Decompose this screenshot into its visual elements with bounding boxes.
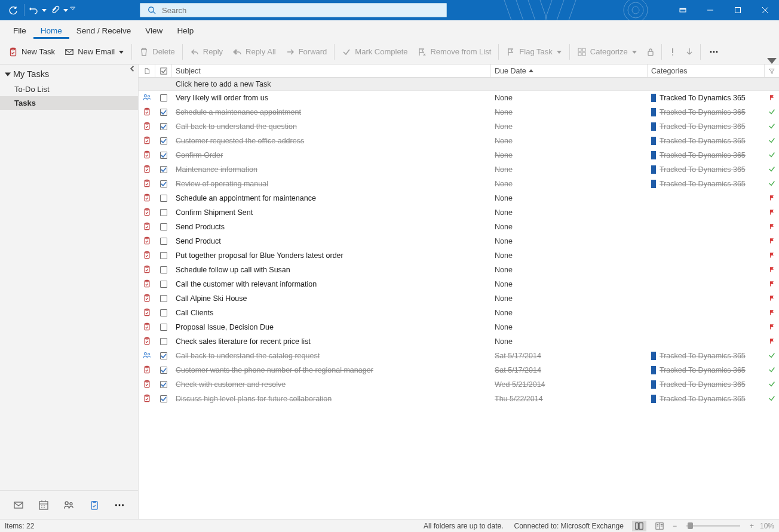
complete-icon[interactable] bbox=[768, 107, 776, 118]
categorize-button[interactable]: Categorize bbox=[572, 42, 642, 62]
task-row[interactable]: Proposal Issue, Decision DueNone bbox=[139, 320, 779, 334]
task-row[interactable]: Put together proposal for Blue Yonders l… bbox=[139, 248, 779, 263]
complete-checkbox[interactable] bbox=[160, 109, 167, 116]
forward-button[interactable]: Forward bbox=[281, 42, 332, 62]
close-button[interactable] bbox=[752, 0, 779, 20]
flag-icon[interactable] bbox=[768, 323, 775, 332]
complete-checkbox[interactable] bbox=[160, 367, 167, 374]
complete-checkbox[interactable] bbox=[160, 324, 167, 331]
complete-checkbox[interactable] bbox=[160, 338, 167, 345]
complete-icon[interactable] bbox=[768, 179, 776, 189]
task-row[interactable]: Maintenance informationNoneTracked To Dy… bbox=[139, 162, 779, 177]
menu-home[interactable]: Home bbox=[33, 24, 69, 39]
low-importance-button[interactable] bbox=[681, 42, 698, 62]
task-row[interactable]: Schedule follow up call with SusanNone bbox=[139, 263, 779, 277]
nav-people-icon[interactable] bbox=[62, 499, 75, 512]
task-row[interactable]: Call Alpine Ski HouseNone bbox=[139, 291, 779, 306]
zoom-in-button[interactable]: + bbox=[750, 522, 754, 530]
my-tasks-header[interactable]: My Tasks bbox=[0, 64, 138, 82]
sync-button[interactable] bbox=[5, 2, 22, 19]
flag-icon[interactable] bbox=[768, 194, 775, 203]
task-row[interactable]: Call back to understand the questionNone… bbox=[139, 119, 779, 134]
mark-complete-button[interactable]: Mark Complete bbox=[337, 42, 412, 62]
qat-more[interactable] bbox=[70, 2, 79, 19]
flag-task-button[interactable]: Flag Task bbox=[501, 42, 566, 62]
complete-checkbox[interactable] bbox=[160, 395, 167, 402]
complete-icon[interactable] bbox=[768, 122, 776, 132]
remove-from-list-button[interactable]: Remove from List bbox=[412, 42, 496, 62]
attach-button[interactable] bbox=[48, 2, 62, 19]
task-row[interactable]: Confirm OrderNoneTracked To Dynamics 365 bbox=[139, 148, 779, 162]
nav-calendar-icon[interactable] bbox=[37, 499, 50, 512]
undo-dropdown[interactable] bbox=[41, 8, 47, 13]
flag-icon[interactable] bbox=[768, 309, 775, 318]
undo-button[interactable] bbox=[27, 2, 40, 19]
task-row[interactable]: Check with customer and resolveWed 5/21/… bbox=[139, 377, 779, 392]
complete-checkbox[interactable] bbox=[160, 238, 167, 245]
menu-file[interactable]: File bbox=[6, 24, 33, 39]
task-row[interactable]: Call back to understand the catalog requ… bbox=[139, 349, 779, 363]
nav-tasks[interactable]: Tasks bbox=[0, 96, 138, 110]
add-task-prompt[interactable]: Click here to add a new Task bbox=[172, 78, 491, 90]
task-row[interactable]: Send ProductNone bbox=[139, 234, 779, 248]
collapse-ribbon-button[interactable] bbox=[767, 56, 777, 65]
private-button[interactable] bbox=[642, 42, 659, 62]
col-complete[interactable] bbox=[155, 64, 172, 77]
attach-dropdown[interactable] bbox=[63, 8, 69, 13]
task-row[interactable]: Discuss high level plans for future coll… bbox=[139, 392, 779, 406]
task-row[interactable]: Very likely will order from usNoneTracke… bbox=[139, 91, 779, 105]
more-commands-button[interactable] bbox=[706, 42, 722, 62]
normal-view-button[interactable] bbox=[632, 521, 646, 531]
new-email-button[interactable]: New Email bbox=[60, 42, 129, 62]
complete-checkbox[interactable] bbox=[160, 295, 167, 302]
nav-tasks-icon[interactable] bbox=[88, 499, 101, 512]
flag-icon[interactable] bbox=[768, 266, 775, 275]
zoom-out-button[interactable]: − bbox=[673, 522, 677, 530]
flag-icon[interactable] bbox=[768, 237, 775, 246]
complete-checkbox[interactable] bbox=[160, 94, 167, 102]
zoom-slider[interactable] bbox=[686, 525, 740, 527]
complete-checkbox[interactable] bbox=[160, 281, 167, 288]
complete-checkbox[interactable] bbox=[160, 309, 167, 316]
minimize-button[interactable] bbox=[697, 0, 724, 20]
add-task-row[interactable]: Click here to add a new Task bbox=[139, 78, 779, 91]
complete-checkbox[interactable] bbox=[160, 266, 167, 273]
complete-checkbox[interactable] bbox=[160, 180, 167, 187]
menu-help[interactable]: Help bbox=[170, 24, 201, 39]
task-row[interactable]: Review of operating manualNoneTracked To… bbox=[139, 177, 779, 191]
task-row[interactable]: Customer requested the office addressNon… bbox=[139, 134, 779, 148]
collapse-nav-button[interactable] bbox=[128, 64, 137, 73]
high-importance-button[interactable] bbox=[664, 42, 681, 62]
complete-checkbox[interactable] bbox=[160, 252, 167, 259]
complete-checkbox[interactable] bbox=[160, 352, 167, 359]
complete-icon[interactable] bbox=[768, 394, 776, 404]
complete-checkbox[interactable] bbox=[160, 381, 167, 388]
search-box[interactable] bbox=[140, 3, 447, 17]
flag-icon[interactable] bbox=[768, 294, 775, 303]
task-row[interactable]: Confirm Shipment SentNone bbox=[139, 205, 779, 220]
reply-button[interactable]: Reply bbox=[185, 42, 228, 62]
task-row[interactable]: Schedule an appointment for maintenanceN… bbox=[139, 191, 779, 205]
col-categories[interactable]: Categories bbox=[648, 64, 765, 77]
task-row[interactable]: Call the customer with relevant informat… bbox=[139, 277, 779, 291]
col-type[interactable] bbox=[139, 64, 155, 77]
flag-icon[interactable] bbox=[768, 94, 775, 103]
delete-button[interactable]: Delete bbox=[134, 42, 180, 62]
complete-checkbox[interactable] bbox=[160, 137, 167, 144]
complete-icon[interactable] bbox=[768, 380, 776, 390]
flag-icon[interactable] bbox=[768, 223, 775, 232]
reply-all-button[interactable]: Reply All bbox=[228, 42, 281, 62]
flag-icon[interactable] bbox=[768, 251, 775, 260]
menu-send-receive[interactable]: Send / Receive bbox=[69, 24, 139, 39]
nav-todo-list[interactable]: To-Do List bbox=[0, 82, 138, 96]
task-row[interactable]: Customer wants the phone number of the r… bbox=[139, 363, 779, 377]
complete-checkbox[interactable] bbox=[160, 123, 167, 130]
complete-checkbox[interactable] bbox=[160, 209, 167, 216]
task-row[interactable]: Send ProductsNone bbox=[139, 220, 779, 234]
search-input[interactable] bbox=[162, 6, 446, 15]
task-row[interactable]: Schedule a maintenance appointmentNoneTr… bbox=[139, 105, 779, 119]
col-subject[interactable]: Subject bbox=[172, 64, 491, 77]
complete-icon[interactable] bbox=[768, 150, 776, 161]
task-row[interactable]: Check sales literature for recent price … bbox=[139, 334, 779, 349]
task-list[interactable]: Very likely will order from usNoneTracke… bbox=[139, 91, 779, 519]
